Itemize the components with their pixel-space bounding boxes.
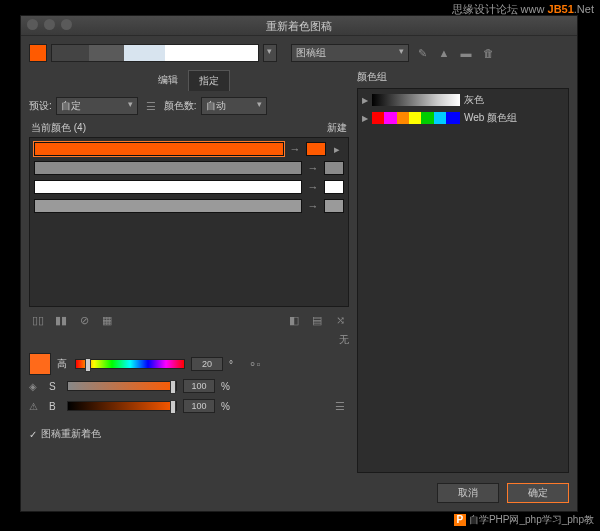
artwork-dropdown[interactable] [263,44,277,62]
random-icon[interactable]: ⤭ [331,311,349,329]
left-panel: 编辑 指定 预设: 自定 ☰ 颜色数: 自动 当前颜色 (4) 新建 →▸ → [29,70,349,503]
arrow-icon: → [306,181,320,193]
ok-button[interactable]: 确定 [507,483,569,503]
color-group-list: ▶ 灰色 ▶ Web 颜色组 [357,88,569,473]
new-row-icon[interactable]: ▦ [98,311,116,329]
exclude-icon[interactable]: ⊘ [75,311,93,329]
target-swatch[interactable] [324,180,344,194]
wm-badge: P [454,514,466,526]
hue-slider[interactable] [75,359,185,369]
arrow-icon: → [288,143,302,155]
bri-slider[interactable] [67,401,177,411]
hue-unit: ° [229,359,233,370]
target-swatch[interactable] [306,142,326,156]
s-label: S [49,381,61,392]
list-tools: ▯▯ ▮▮ ⊘ ▦ ◧ ▤ ⤭ [29,311,349,329]
sat-unit: % [221,381,230,392]
wm-brand: JB51 [548,3,574,15]
none-label: 无 [29,333,349,347]
b-label: B [49,401,61,412]
separate-icon[interactable]: ▮▮ [52,311,70,329]
group-row[interactable]: ▶ 灰色 [362,93,564,107]
color-row[interactable]: → [34,180,344,194]
titlebar: 重新着色图稿 [21,16,577,36]
warn-icon: ⚠ [29,401,43,412]
color-groups-label: 颜色组 [357,70,569,84]
checkbox-label: 图稿重新着色 [41,427,101,441]
right-panel: 颜色组 ▶ 灰色 ▶ Web 颜色组 取消 确定 [357,70,569,503]
arrow-icon: → [306,200,320,212]
count-select[interactable]: 自动 [201,97,267,115]
cancel-button[interactable]: 取消 [437,483,499,503]
watermark-top: 思缘设计论坛 www JB51.Net [452,2,594,17]
count-label: 颜色数: [164,99,197,113]
group-label: 灰色 [464,93,484,107]
current-colors-label: 当前颜色 (4) [31,121,86,135]
disclosure-icon[interactable]: ▶ [362,114,368,123]
hue-input[interactable]: 20 [191,357,223,371]
dialog-buttons: 取消 确定 [357,483,569,503]
window-title: 重新着色图稿 [21,16,577,36]
h-label: 高 [57,357,69,371]
tab-edit[interactable]: 编辑 [148,70,188,91]
preset-select[interactable]: 自定 [56,97,138,115]
link-icon[interactable]: ⚬▫ [245,355,263,373]
wm-suffix: .Net [574,3,594,15]
color-row[interactable]: → [34,199,344,213]
group-swatch-web [372,112,460,124]
disclosure-icon[interactable]: ▶ [362,96,368,105]
group-select[interactable]: 图稿组 [291,44,409,62]
traffic-lights[interactable] [27,19,72,30]
sat-input[interactable]: 100 [183,379,215,393]
sort-icon[interactable]: ▤ [308,311,326,329]
preset-value: 自定 [61,99,81,113]
sat-slider[interactable] [67,381,177,391]
active-color-swatch[interactable] [29,44,47,62]
recolor-checkbox[interactable]: ✓ 图稿重新着色 [29,427,349,441]
arrow-icon: → [306,162,320,174]
top-row: 图稿组 ✎ ▲ ▬ 🗑 [29,44,569,62]
count-value: 自动 [206,99,226,113]
preset-row: 预设: 自定 ☰ 颜色数: 自动 [29,97,349,115]
preset-label: 预设: [29,99,52,113]
target-swatch[interactable] [324,199,344,213]
folder-icon[interactable]: ▬ [457,44,475,62]
group-swatch-gray [372,94,460,106]
watermark-bottom: P自学PHP网_php学习_php教 [454,513,594,527]
target-swatch[interactable] [324,161,344,175]
recolor-dialog: 重新着色图稿 图稿组 ✎ ▲ ▬ 🗑 编辑 指定 预设: 自定 ☰ [20,15,578,512]
slider-swatch[interactable] [29,353,51,375]
save-group-icon[interactable]: ▲ [435,44,453,62]
trash-icon[interactable]: 🗑 [479,44,497,62]
find-icon[interactable]: ◧ [285,311,303,329]
cube-icon: ◈ [29,381,43,392]
eyedropper-icon[interactable]: ✎ [413,44,431,62]
color-row[interactable]: →▸ [34,142,344,156]
wm-text: 思缘设计论坛 www [452,3,545,15]
tab-assign[interactable]: 指定 [188,70,230,91]
group-row[interactable]: ▶ Web 颜色组 [362,111,564,125]
group-label: Web 颜色组 [464,111,517,125]
bri-unit: % [221,401,230,412]
group-select-label: 图稿组 [296,46,326,60]
artwork-colors-bar[interactable] [51,44,259,62]
color-row[interactable]: → [34,161,344,175]
colorlist-header: 当前颜色 (4) 新建 [29,121,349,137]
sliders: 高 20 ° ⚬▫ ◈ S 100 % ⚠ [29,353,349,419]
bri-input[interactable]: 100 [183,399,215,413]
tabs: 编辑 指定 [29,70,349,91]
wm-bottom-text: 自学PHP网_php学习_php教 [469,514,594,525]
row-menu-icon[interactable]: ▸ [330,143,344,156]
merge-icon[interactable]: ▯▯ [29,311,47,329]
color-list: →▸ → → → [29,137,349,307]
new-label: 新建 [327,121,347,135]
check-icon: ✓ [29,429,37,440]
slider-mode-icon[interactable]: ☰ [331,397,349,415]
preset-menu-icon[interactable]: ☰ [142,97,160,115]
